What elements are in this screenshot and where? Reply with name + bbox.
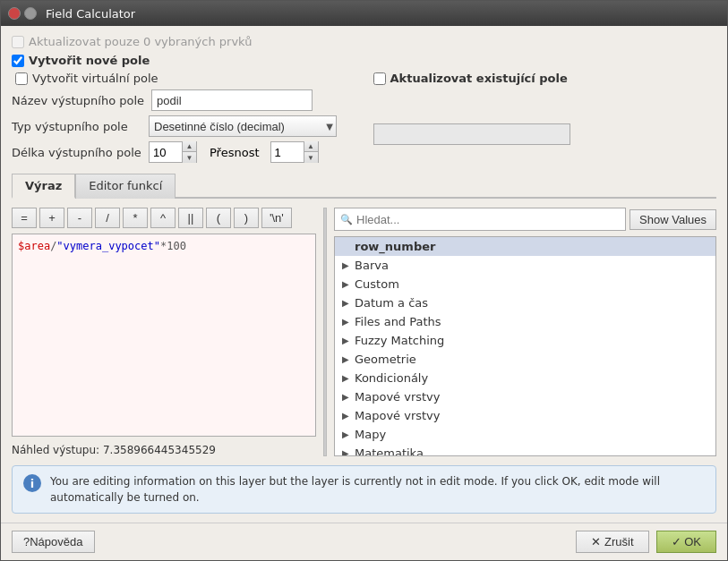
update-existing-label: Aktualizovat existující pole [390,72,568,85]
precision-arrows: ▲ ▼ [304,141,318,163]
search-row: 🔍 Show Values [334,208,716,231]
window-controls [8,7,37,20]
list-item-datum-a-cas[interactable]: ▶ Datum a čas [335,293,715,312]
show-values-button[interactable]: Show Values [630,209,716,230]
length-spin-down[interactable]: ▼ [182,152,196,163]
list-item-mapove-vrstvy-2[interactable]: ▶ Mapové vrstvy [335,406,715,425]
cancel-button[interactable]: ✕ Zrušit [576,531,648,553]
tab-expression[interactable]: Výraz [12,174,75,199]
precision-label: Přesnost [210,146,260,159]
tab-bar: Výraz Editor funkcí [12,172,716,199]
name-field-row: Název výstupního pole [12,89,355,111]
expression-panel: = + - / * ^ || ( ) '\n' $area/"vymera_vy… [12,208,316,456]
files-arrow-icon: ▶ [342,317,351,327]
list-item-label: row_number [355,240,435,253]
op-mul-button[interactable]: * [123,208,148,228]
close-button[interactable] [8,7,21,20]
length-spin-up[interactable]: ▲ [182,141,196,152]
create-new-field-checkbox[interactable] [12,55,24,67]
geometrie-arrow-icon: ▶ [342,354,351,364]
precision-input[interactable] [271,142,304,162]
virtual-field-checkbox[interactable] [15,72,28,85]
list-item-label: Files and Paths [355,315,441,328]
action-buttons: ✕ Zrušit ✓ OK [576,531,716,553]
length-spinbox: ▲ ▼ [149,141,197,163]
info-icon: i [23,474,41,492]
list-item-mapove-vrstvy-1[interactable]: ▶ Mapové vrstvy [335,387,715,406]
list-item-barva[interactable]: ▶ Barva [335,256,715,275]
list-item-label: Mapy [355,428,386,441]
update-selected-checkbox[interactable] [12,36,24,48]
list-item-matematika[interactable]: ▶ Matematika [335,444,715,455]
list-item-kondicionaly[interactable]: ▶ Kondicionály [335,369,715,387]
update-existing-checkbox-label[interactable]: Aktualizovat existující pole [373,72,717,85]
length-arrows: ▲ ▼ [182,141,196,163]
list-item-row_number[interactable]: row_number [335,237,715,256]
list-item-label: Mapové vrstvy [355,409,441,422]
mapove2-arrow-icon: ▶ [342,411,351,421]
list-item-mapy[interactable]: ▶ Mapy [335,425,715,444]
length-precision-row: Délka výstupního pole ▲ ▼ Přesnost ▲ [12,141,355,163]
function-list: row_number ▶ Barva ▶ Custom ▶ Datum a [335,237,715,455]
info-text: You are editing information on this laye… [50,473,705,506]
op-newline-button[interactable]: '\n' [261,208,292,228]
type-select[interactable]: Desetinné číslo (decimal) [149,115,337,137]
precision-spin-up[interactable]: ▲ [304,141,318,152]
list-item-label: Matematika [355,446,424,455]
datum-arrow-icon: ▶ [342,298,351,308]
name-field-label: Název výstupního pole [12,94,144,107]
op-pow-button[interactable]: ^ [150,208,176,228]
search-wrapper: 🔍 [334,208,626,231]
type-field-label: Typ výstupního pole [12,120,141,133]
function-list-panel: 🔍 Show Values row_number ▶ Ba [334,208,716,456]
list-item-geometrie[interactable]: ▶ Geometrie [335,350,715,369]
length-input[interactable] [150,142,182,162]
expression-box[interactable]: $area/"vymera_vypocet"*100 [12,234,316,437]
main-expression-area: = + - / * ^ || ( ) '\n' $area/"vymera_vy… [12,208,716,456]
titlebar: Field Calculator [1,1,727,26]
function-list-wrapper: row_number ▶ Barva ▶ Custom ▶ Datum a [334,236,716,456]
list-item-custom[interactable]: ▶ Custom [335,275,715,293]
info-bar: i You are editing information on this la… [12,465,716,514]
tab-function-editor[interactable]: Editor funkcí [75,174,176,199]
op-lparen-button[interactable]: ( [206,208,231,228]
left-column: Vytvořit nové pole Vytvořit virtuální po… [12,54,355,163]
kondicionaly-arrow-icon: ▶ [342,373,351,383]
search-input[interactable] [356,213,620,226]
update-existing-input[interactable] [373,123,570,145]
type-select-wrapper: Desetinné číslo (decimal) ▼ [149,115,337,137]
op-eq-button[interactable]: = [12,208,37,228]
bottom-bar: ?Nápověda ✕ Zrušit ✓ OK [1,523,727,560]
minimize-button[interactable] [24,7,37,20]
name-field-input[interactable] [151,89,313,111]
op-minus-button[interactable]: - [67,208,92,228]
mapy-arrow-icon: ▶ [342,429,351,439]
create-new-field-label: Vytvořit nové pole [29,54,150,67]
op-div-button[interactable]: / [95,208,120,228]
preview-label: Náhled výstupu: [12,444,99,456]
virtual-field-checkbox-label[interactable]: Vytvořit virtuální pole [12,72,355,85]
update-selected-checkbox-label[interactable]: Aktualizovat pouze 0 vybraných prvků [12,35,252,48]
mapove1-arrow-icon: ▶ [342,392,351,402]
list-item-label: Mapové vrstvy [355,390,441,404]
panel-divider[interactable] [323,208,327,456]
length-label: Délka výstupního pole [12,146,141,159]
help-button[interactable]: ?Nápověda [12,531,95,553]
two-col-section: Vytvořit nové pole Vytvořit virtuální po… [12,54,716,163]
op-plus-button[interactable]: + [39,208,64,228]
update-existing-checkbox[interactable] [373,72,386,85]
list-item-files-and-paths[interactable]: ▶ Files and Paths [335,312,715,331]
main-content: Aktualizovat pouze 0 vybraných prvků Vyt… [1,26,727,523]
right-column: Aktualizovat existující pole [355,72,717,145]
create-new-field-checkbox-label[interactable]: Vytvořit nové pole [12,54,355,67]
custom-arrow-icon: ▶ [342,279,351,289]
op-concat-button[interactable]: || [178,208,203,228]
list-item-label: Kondicionály [355,371,428,385]
precision-spin-down[interactable]: ▼ [304,152,318,163]
preview-value: 7.358966445345529 [103,444,216,456]
preview-row: Náhled výstupu: 7.358966445345529 [12,444,316,456]
matematika-arrow-icon: ▶ [342,448,351,455]
list-item-fuzzy-matching[interactable]: ▶ Fuzzy Matching [335,331,715,350]
ok-button[interactable]: ✓ OK [656,531,716,553]
op-rparen-button[interactable]: ) [234,208,259,228]
